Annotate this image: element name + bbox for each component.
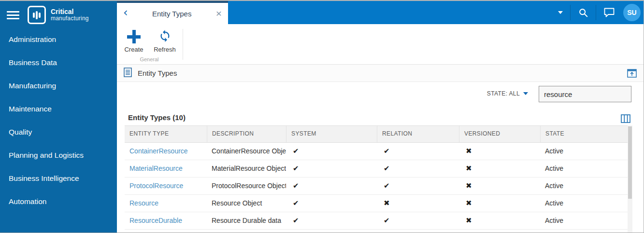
main-content: Create Refresh General [117, 24, 644, 233]
tab-title: Entity Types [128, 10, 216, 18]
sidebar-item-manufacturing[interactable]: Manufacturing [0, 74, 117, 97]
cell-versioned: ✖ [459, 178, 540, 194]
cell-system: ✔ [286, 178, 377, 194]
brand-logo-icon [28, 6, 46, 24]
tab-entity-types[interactable]: ‹ Entity Types × [117, 1, 228, 24]
state-filter-caret-icon [523, 92, 528, 95]
cell-versioned: ✖ [459, 212, 540, 229]
table-row[interactable]: ProtocolResource ProtocolResource Object… [125, 178, 632, 195]
brand-name: Critical manufacturing [51, 8, 89, 22]
refresh-icon [158, 29, 172, 44]
topbar-actions: SU [558, 1, 641, 24]
filter-section: STATE: ALL Entity Types (10) [117, 82, 644, 126]
cell-description [207, 230, 286, 233]
column-header-system[interactable]: SYSTEM [286, 126, 377, 142]
app-window: Critical manufacturing AdministrationBus… [0, 0, 644, 233]
cell-versioned: ✖ [459, 195, 540, 212]
sidebar-item-administration[interactable]: Administration [0, 28, 117, 51]
column-header-entity-type[interactable]: ENTITY TYPE [125, 126, 207, 142]
entity-type-link[interactable]: ProtocolResource [129, 182, 183, 190]
brand-line2: manufacturing [51, 15, 89, 22]
cell-state: Active [540, 160, 632, 177]
search-icon[interactable] [578, 7, 588, 18]
page-title: Entity Types [138, 69, 177, 77]
cell-description: ProtocolResource Object [207, 178, 286, 194]
state-filter-dropdown[interactable]: STATE: ALL [487, 90, 528, 97]
search-input[interactable] [539, 86, 631, 102]
cell-relation: ✔ [377, 178, 459, 194]
table-body: ContainerResource ContainerResource Obje… [125, 143, 632, 233]
cell-relation: ✔ [377, 230, 459, 233]
cell-description: Resource Durable data [207, 212, 286, 229]
table-row[interactable]: Resource Resource Object ✔ ✖ ✖ Active [125, 195, 632, 212]
collapse-panel-icon[interactable] [627, 69, 637, 78]
refresh-button[interactable]: Refresh [149, 28, 181, 53]
cell-description: ContainerResource Object [207, 143, 286, 160]
cell-state: Active [540, 212, 632, 229]
sidebar-header: Critical manufacturing [0, 1, 117, 27]
column-header-relation[interactable]: RELATION [377, 126, 459, 142]
cell-versioned: ✖ [459, 160, 540, 177]
sidebar: Critical manufacturing AdministrationBus… [0, 1, 117, 233]
topbar: ‹ Entity Types × SU [117, 1, 644, 24]
table-row[interactable]: ✔ ✔ ✖ [125, 230, 632, 233]
user-avatar[interactable]: SU [623, 4, 641, 21]
cell-system: ✔ [286, 143, 377, 160]
tab-close-icon[interactable]: × [216, 8, 222, 18]
table-row[interactable]: MaterialResource MaterialResource Object… [125, 160, 632, 178]
cell-system: ✔ [286, 195, 377, 212]
cell-state: Active [540, 195, 632, 212]
ribbon-group-label: General [117, 56, 182, 62]
cell-state: Active [540, 143, 632, 160]
table-row[interactable]: ResourceDurable Resource Durable data ✔ … [125, 212, 632, 230]
topbar-divider [596, 5, 596, 20]
feedback-chat-icon[interactable] [603, 7, 615, 18]
ribbon-toolbar: Create Refresh General [117, 24, 644, 65]
sidebar-nav: AdministrationBusiness DataManufacturing… [0, 28, 117, 213]
cell-versioned: ✖ [459, 143, 540, 160]
create-button[interactable]: Create [118, 28, 150, 53]
cell-relation: ✔ [377, 212, 459, 229]
cell-description: MaterialResource Object [207, 160, 286, 177]
tabs-dropdown-caret-icon[interactable] [558, 11, 563, 14]
entity-list-icon [124, 68, 132, 79]
column-header-versioned[interactable]: VERSIONED [459, 126, 540, 142]
create-button-label: Create [118, 46, 150, 53]
page-header: Entity Types [117, 65, 644, 82]
brand-line1: Critical [51, 8, 89, 15]
topbar-divider [570, 5, 571, 20]
cell-relation: ✔ [377, 160, 459, 177]
menu-hamburger-icon[interactable] [7, 11, 19, 19]
sidebar-item-automation[interactable]: Automation [0, 190, 117, 213]
entity-type-link[interactable]: ResourceDurable [129, 217, 182, 224]
tab-back-chevron-icon[interactable]: ‹ [123, 3, 128, 22]
cell-system: ✔ [286, 160, 377, 177]
cell-relation: ✖ [377, 195, 459, 212]
cell-system: ✔ [286, 212, 377, 229]
column-chooser-icon[interactable] [621, 114, 630, 123]
table-row[interactable]: ContainerResource ContainerResource Obje… [125, 143, 632, 160]
table-title: Entity Types (10) [128, 113, 186, 122]
cell-description: Resource Object [207, 195, 286, 212]
cell-state [540, 230, 632, 233]
entity-type-link[interactable]: MaterialResource [129, 164, 183, 172]
sidebar-item-maintenance[interactable]: Maintenance [0, 97, 117, 121]
cell-system: ✔ [286, 230, 377, 233]
table-header-row: ENTITY TYPEDESCRIPTIONSYSTEMRELATIONVERS… [125, 125, 632, 143]
cell-state: Active [540, 178, 632, 194]
entity-type-link[interactable]: ContainerResource [129, 147, 188, 155]
column-header-state[interactable]: STATE [540, 126, 632, 142]
refresh-button-label: Refresh [149, 46, 181, 53]
sidebar-item-business-intelligence[interactable]: Business Intelligence [0, 167, 117, 190]
entity-type-link[interactable]: Resource [129, 199, 158, 207]
column-header-description[interactable]: DESCRIPTION [207, 126, 286, 142]
cell-versioned: ✖ [459, 230, 540, 233]
table-scrollbar[interactable] [628, 125, 632, 233]
plus-icon [127, 30, 141, 43]
sidebar-item-planning-and-logistics[interactable]: Planning and Logistics [0, 144, 117, 167]
sidebar-item-business-data[interactable]: Business Data [0, 51, 117, 74]
cell-relation: ✔ [377, 143, 459, 160]
scrollbar-thumb[interactable] [628, 126, 632, 199]
sidebar-item-quality[interactable]: Quality [0, 121, 117, 144]
entity-types-table: ENTITY TYPEDESCRIPTIONSYSTEMRELATIONVERS… [125, 125, 632, 233]
